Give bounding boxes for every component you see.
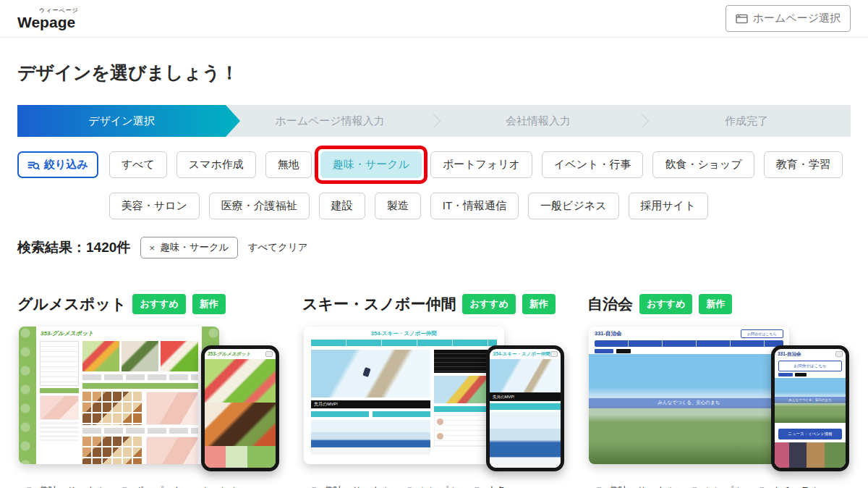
filter-button-portfolio[interactable]: ポートフォリオ bbox=[430, 151, 532, 178]
badge-chips-mock bbox=[778, 373, 842, 376]
active-filter-chip[interactable]: × 趣味・サークル bbox=[140, 237, 237, 258]
photo-strip bbox=[775, 442, 846, 468]
design-card-grid: グルメスポット おすすめ 新作 353-グルメスポット bbox=[17, 292, 851, 488]
tag-item: ポップ・キュート・レトロ bbox=[122, 484, 250, 488]
logo-ruby: ウィーページ bbox=[39, 8, 79, 14]
tag-item: 趣味・サークル bbox=[311, 484, 391, 488]
news-button-mock: ニュース・イベント情報 bbox=[778, 429, 842, 439]
menu-icon bbox=[550, 351, 558, 357]
hero-banner: みんなでつくる、安心のまち bbox=[589, 398, 789, 408]
filter-button-hobby-circle[interactable]: 趣味・サークル bbox=[320, 151, 422, 178]
tag-label: ポップ・キュート・レトロ bbox=[135, 484, 250, 488]
filter-button-it-telecom[interactable]: IT・情報通信 bbox=[430, 193, 519, 219]
map-mock bbox=[146, 392, 198, 425]
skiers-photo bbox=[490, 412, 561, 468]
tag-row: 趣味・サークル シンプル 水色 bbox=[311, 484, 566, 488]
hero-banner: みんなでつくる、安心のまち bbox=[775, 397, 846, 403]
desktop-preview: 353-グルメスポット bbox=[19, 327, 219, 464]
filter-button-beauty-salon[interactable]: 美容・サロン bbox=[109, 193, 200, 219]
results-count: 検索結果：1420件 bbox=[17, 238, 130, 257]
map-mock bbox=[146, 437, 198, 464]
filter-button-construction[interactable]: 建設 bbox=[319, 193, 365, 219]
contact-button-mock: お問合せはこちら bbox=[778, 361, 842, 371]
juice-photo bbox=[161, 341, 197, 371]
tag-label: シンプル bbox=[705, 484, 743, 488]
gallery-row-mock bbox=[82, 437, 198, 464]
badge-recommended: おすすめ bbox=[639, 294, 692, 314]
chip-close-icon[interactable]: × bbox=[149, 243, 155, 253]
progress-steps: デザイン選択 ホームページ情報入力 会社情報入力 作成完了 bbox=[17, 105, 851, 137]
step-company-info: 会社情報入力 bbox=[434, 105, 642, 137]
tag-row: 趣味・サークル ポップ・キュート・レトロ bbox=[26, 484, 281, 488]
ski-hero-photo bbox=[311, 350, 430, 397]
filter-button-smartphone[interactable]: スマホ作成 bbox=[176, 151, 256, 178]
card-title: グルメスポット bbox=[17, 294, 126, 314]
filter-button-all[interactable]: すべて bbox=[109, 151, 167, 178]
desktop-preview: 331-自治会 お問合せはこちら みんなでつくる、安心のまち bbox=[589, 327, 789, 464]
site-title: 354-スキー・スノボー仲間 bbox=[493, 351, 550, 357]
section-bars-mock bbox=[311, 411, 430, 417]
menu-icon bbox=[265, 351, 273, 357]
tag-label: ナチュラル bbox=[772, 484, 820, 488]
filter-button-medical-care[interactable]: 医療・介護福祉 bbox=[209, 193, 310, 219]
nav-bar-mock bbox=[311, 340, 497, 346]
card-head: 自治会 おすすめ 新作 bbox=[587, 292, 851, 316]
card-title: 自治会 bbox=[587, 294, 633, 314]
badge-recommended: おすすめ bbox=[132, 294, 185, 314]
teal-bar bbox=[311, 411, 369, 417]
salad-photo bbox=[82, 341, 119, 371]
design-card-town: 自治会 おすすめ 新作 331-自治会 お問合せはこちら みんなでつくる、安心の… bbox=[587, 292, 851, 488]
text-lines-mock bbox=[82, 374, 198, 380]
header: ウィーページ Wepage ホームページ選択 bbox=[0, 0, 868, 38]
narrow-down-button[interactable]: 絞り込み bbox=[17, 151, 98, 178]
site-panel: 353-グルメスポット bbox=[36, 327, 202, 464]
photo-tiles-mock bbox=[82, 437, 143, 464]
window-icon bbox=[736, 14, 748, 24]
design-card-ski: スキー・スノボー仲間 おすすめ 新作 354-スキー・スノボー仲間 先月のMVP… bbox=[302, 292, 566, 488]
gallery-row-mock bbox=[82, 392, 198, 425]
clear-all-link[interactable]: すべてクリア bbox=[248, 241, 308, 254]
sidebar-mock bbox=[40, 341, 79, 460]
site-title: 331-自治会 bbox=[778, 351, 801, 357]
site-title: 354-スキー・スノボー仲間 bbox=[304, 327, 504, 340]
design-thumbnail-ski[interactable]: 354-スキー・スノボー仲間 先月のMVP! bbox=[302, 321, 566, 474]
design-thumbnail-town[interactable]: 331-自治会 お問合せはこちら みんなでつくる、安心のまち 331-自治会 お… bbox=[587, 321, 851, 474]
teal-bar bbox=[373, 411, 430, 417]
badge-new: 新作 bbox=[522, 294, 556, 314]
narrow-down-label: 絞り込み bbox=[44, 158, 88, 172]
photo-tiles-mock bbox=[82, 392, 143, 425]
filter-button-event[interactable]: イベント・行事 bbox=[542, 151, 643, 178]
site-title: 353-グルメスポット bbox=[36, 327, 202, 339]
site-title: 353-グルメスポット bbox=[208, 351, 251, 357]
red-highlight-annotation: 趣味・サークル bbox=[315, 146, 427, 184]
menu-icon bbox=[835, 351, 843, 357]
badge-new: 新作 bbox=[699, 294, 732, 314]
results-bar: 検索結果：1420件 × 趣味・サークル すべてクリア bbox=[17, 237, 851, 258]
badge-new: 新作 bbox=[192, 294, 226, 314]
section-bar-mock bbox=[82, 383, 198, 389]
chip-label: 趣味・サークル bbox=[160, 241, 229, 254]
page-title: デザインを選びましょう！ bbox=[17, 61, 851, 85]
filter-button-plain[interactable]: 無地 bbox=[265, 151, 312, 178]
phone-preview: 353-グルメスポット bbox=[201, 345, 279, 471]
food-photos-mock bbox=[82, 341, 198, 371]
phone-header: 354-スキー・スノボー仲間 bbox=[490, 349, 561, 359]
filter-button-general-business[interactable]: 一般ビジネス bbox=[528, 193, 618, 219]
filter-button-manufacturing[interactable]: 製造 bbox=[375, 193, 421, 219]
black-chip bbox=[616, 349, 631, 353]
filter-button-education[interactable]: 教育・学習 bbox=[764, 151, 843, 178]
town-hero-photo: みんなでつくる、安心のまち bbox=[589, 354, 789, 464]
filter-button-food-shop[interactable]: 飲食・ショップ bbox=[652, 151, 754, 178]
tag-item: 趣味・サークル bbox=[596, 484, 676, 488]
filter-button-recruit-site[interactable]: 採用サイト bbox=[629, 193, 708, 219]
phone-preview: 331-自治会 お問合せはこちら みんなでつくる、安心のまち ニュース・イベント… bbox=[771, 345, 849, 471]
salad-photo bbox=[205, 359, 276, 403]
text-lines-mock bbox=[40, 422, 79, 441]
homepage-select-button[interactable]: ホームページ選択 bbox=[726, 5, 851, 32]
design-thumbnail-gourmet[interactable]: 353-グルメスポット bbox=[17, 321, 281, 474]
site-header-mock: 331-自治会 お問合せはこちら bbox=[589, 327, 789, 340]
step-complete: 作成完了 bbox=[642, 105, 851, 137]
phone-header: 331-自治会 bbox=[775, 349, 846, 359]
contact-button-mock: お問合せはこちら bbox=[741, 329, 783, 338]
tag-label: 趣味・サークル bbox=[324, 484, 391, 488]
